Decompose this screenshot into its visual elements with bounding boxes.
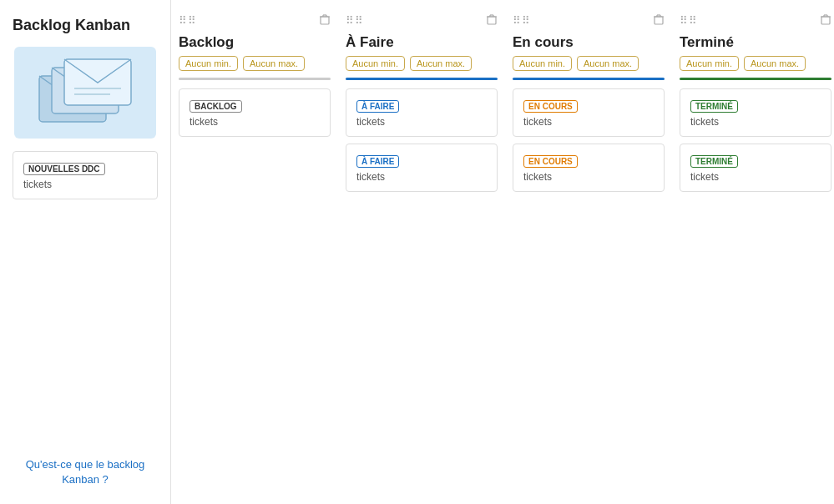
- limit-max-badge[interactable]: Aucun max.: [577, 56, 639, 71]
- column-title-a-faire: À Faire: [342, 31, 501, 56]
- kanban-card-termine-0[interactable]: TERMINÉtickets: [680, 88, 831, 137]
- card-status-badge: TERMINÉ: [690, 155, 738, 168]
- limit-min-badge[interactable]: Aucun min.: [346, 56, 405, 71]
- card-text: tickets: [690, 116, 821, 128]
- column-divider: [513, 78, 665, 80]
- card-text: tickets: [356, 116, 487, 128]
- svg-rect-15: [655, 17, 663, 24]
- sidebar: Backlog Kanban NOUVELLES DDC tickets Qu'…: [0, 0, 171, 504]
- card-status-badge: EN COURS: [523, 155, 578, 168]
- svg-rect-10: [488, 17, 496, 24]
- card-status-badge: BACKLOG: [190, 100, 242, 113]
- kanban-card-termine-1[interactable]: TERMINÉtickets: [680, 144, 831, 192]
- kanban-card-backlog-0[interactable]: BACKLOGtickets: [179, 88, 331, 137]
- kanban-column-en-cours: ⠿⠿En coursAucun min.Aucun max.EN COURSti…: [509, 8, 668, 496]
- nouvelles-card-text: tickets: [23, 179, 147, 190]
- column-limits-backlog: Aucun min.Aucun max.: [175, 56, 334, 78]
- svg-rect-5: [321, 17, 329, 24]
- kanban-column-backlog: ⠿⠿BacklogAucun min.Aucun max.BACKLOGtick…: [175, 8, 334, 496]
- column-divider: [179, 78, 331, 80]
- card-text: tickets: [356, 171, 487, 183]
- delete-column-icon[interactable]: [653, 13, 665, 28]
- limit-max-badge[interactable]: Aucun max.: [410, 56, 472, 71]
- column-header-a-faire: ⠿⠿: [342, 8, 501, 31]
- backlog-kanban-link[interactable]: Qu'est-ce que le backlog Kanban ?: [13, 432, 158, 487]
- limit-min-badge[interactable]: Aucun min.: [179, 56, 238, 71]
- drag-icon[interactable]: ⠿⠿: [346, 14, 364, 27]
- drag-icon[interactable]: ⠿⠿: [179, 14, 197, 27]
- card-status-badge: TERMINÉ: [690, 100, 738, 113]
- column-header-termine: ⠿⠿: [676, 8, 834, 31]
- column-divider: [680, 78, 831, 80]
- kanban-column-a-faire: ⠿⠿À FaireAucun min.Aucun max.À FAIREtick…: [342, 8, 501, 496]
- limit-max-badge[interactable]: Aucun max.: [744, 56, 806, 71]
- delete-column-icon[interactable]: [486, 13, 498, 28]
- kanban-card-a-faire-0[interactable]: À FAIREtickets: [346, 88, 498, 137]
- column-title-termine: Terminé: [676, 31, 834, 56]
- column-limits-en-cours: Aucun min.Aucun max.: [509, 56, 668, 78]
- limit-min-badge[interactable]: Aucun min.: [680, 56, 739, 71]
- card-status-badge: À FAIRE: [356, 100, 399, 113]
- column-limits-termine: Aucun min.Aucun max.: [676, 56, 834, 78]
- column-title-en-cours: En cours: [509, 31, 668, 56]
- delete-column-icon[interactable]: [319, 13, 331, 28]
- nouvelles-badge: NOUVELLES DDC: [23, 163, 105, 175]
- drag-icon[interactable]: ⠿⠿: [513, 14, 531, 27]
- column-header-en-cours: ⠿⠿: [509, 8, 668, 31]
- card-text: tickets: [523, 116, 654, 128]
- card-text: tickets: [690, 171, 821, 183]
- kanban-board: ⠿⠿BacklogAucun min.Aucun max.BACKLOGtick…: [171, 0, 834, 504]
- column-divider: [346, 78, 498, 80]
- card-text: tickets: [523, 171, 654, 183]
- kanban-card-en-cours-1[interactable]: EN COURStickets: [513, 144, 665, 192]
- column-title-backlog: Backlog: [175, 31, 334, 56]
- card-text: tickets: [190, 116, 320, 128]
- limit-max-badge[interactable]: Aucun max.: [243, 56, 305, 71]
- card-status-badge: EN COURS: [523, 100, 578, 113]
- kanban-column-termine: ⠿⠿TerminéAucun min.Aucun max.TERMINÉtick…: [676, 8, 834, 496]
- drag-icon[interactable]: ⠿⠿: [680, 14, 698, 27]
- kanban-card-en-cours-0[interactable]: EN COURStickets: [513, 88, 665, 137]
- sidebar-illustration: [14, 47, 156, 139]
- sidebar-nouvelles-card[interactable]: NOUVELLES DDC tickets: [13, 151, 158, 199]
- column-limits-a-faire: Aucun min.Aucun max.: [342, 56, 501, 78]
- column-header-backlog: ⠿⠿: [175, 8, 334, 31]
- card-status-badge: À FAIRE: [356, 155, 399, 168]
- delete-column-icon[interactable]: [820, 13, 831, 28]
- kanban-card-a-faire-1[interactable]: À FAIREtickets: [346, 144, 498, 192]
- sidebar-title: Backlog Kanban: [13, 17, 130, 34]
- svg-rect-20: [821, 17, 830, 24]
- limit-min-badge[interactable]: Aucun min.: [513, 56, 572, 71]
